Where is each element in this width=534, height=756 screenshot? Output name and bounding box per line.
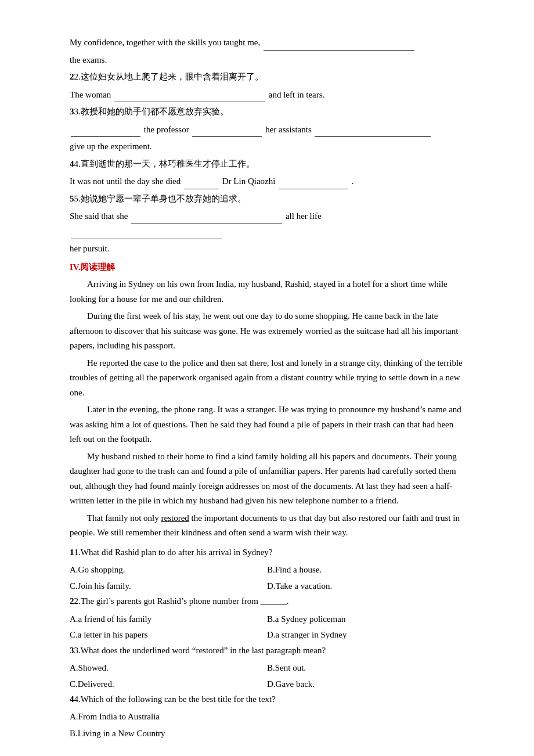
blank-q3-3 xyxy=(315,122,431,138)
blank-q4-2 xyxy=(279,174,348,189)
rq1-option-c: C.Join his family. xyxy=(70,578,267,595)
rq3-option-c: C.Delivered. xyxy=(70,676,267,693)
q5-chinese: 55.她说她宁愿一辈子单身也不放弃她的追求。 xyxy=(70,192,464,207)
rq2-text: 22.The girl’s parents got Rashid’s phone… xyxy=(70,594,464,609)
q3-english-cont: give up the experiment. xyxy=(70,139,464,154)
q2-english: The woman and left in tears. xyxy=(70,87,464,103)
rq2-option-a: A.a friend of his family xyxy=(70,611,267,628)
rq1-option-d: D.Take a vacation. xyxy=(267,578,464,595)
q1-line1: My confidence, together with the skills … xyxy=(70,35,464,51)
q3-english: the professor her assistants xyxy=(70,122,464,138)
rq4-option-b: B.Living in a New Country xyxy=(70,726,464,741)
rq2-options: A.a friend of his family B.a Sydney poli… xyxy=(70,611,464,643)
rq3-option-d: D.Gave back. xyxy=(267,676,464,693)
rq1-text: 11.What did Rashid plan to do after his … xyxy=(70,545,464,560)
rq3-option-b: B.Sent out. xyxy=(267,660,464,676)
rq4-option-a: A.From India to Australia xyxy=(70,710,464,725)
section4-title: IV.阅读理解 xyxy=(70,260,464,275)
rq2-option-c: C.a letter in his papers xyxy=(70,627,267,643)
reading-para1: Arriving in Sydney on his own from India… xyxy=(70,277,464,307)
rq1-options: A.Go shopping. B.Find a house. C.Join hi… xyxy=(70,562,464,594)
q1-line2: the exams. xyxy=(70,53,464,68)
reading-para2: During the first week of his stay, he we… xyxy=(70,309,464,354)
q5-english-line2: her pursuit. xyxy=(70,242,464,257)
blank-q1-1 xyxy=(264,35,414,51)
rq4-text: 44.Which of the following can be the bes… xyxy=(70,692,464,707)
rq2-option-d: D.a stranger in Sydney xyxy=(267,627,464,643)
underlined-restored: restored xyxy=(161,513,189,523)
reading-para6: That family not only restored the import… xyxy=(70,511,464,541)
reading-para5: My husband rushed to their home to find … xyxy=(70,449,464,509)
rq2-option-b: B.a Sydney policeman xyxy=(267,611,464,628)
blank-q3-1 xyxy=(71,122,140,138)
rq3-option-a: A.Showed. xyxy=(70,660,267,676)
blank-q3-2 xyxy=(192,122,262,138)
reading-para3: He reported the case to the police and t… xyxy=(70,356,464,401)
blank-q5-1 xyxy=(131,208,282,224)
blank-q4-1 xyxy=(184,174,219,189)
q4-english: It was not until the day she died Dr Lin… xyxy=(70,174,464,189)
q3-chinese: 33.教授和她的助手们都不愿意放弃实验。 xyxy=(70,105,464,120)
rq1-option-b: B.Find a house. xyxy=(267,562,464,578)
reading-para4: Later in the evening, the phone rang. It… xyxy=(70,402,464,447)
q5-english-line1: She said that she all her life xyxy=(70,208,464,239)
rq3-text: 33.What does the underlined word “restor… xyxy=(70,643,464,658)
blank-q2-1 xyxy=(114,87,265,103)
q4-chinese: 44.直到逝世的那一天，林巧稚医生才停止工作。 xyxy=(70,157,464,172)
rq3-options: A.Showed. B.Sent out. C.Delivered. D.Gav… xyxy=(70,660,464,692)
blank-q5-2 xyxy=(71,224,222,240)
rq1-option-a: A.Go shopping. xyxy=(70,562,267,578)
page-content: My confidence, together with the skills … xyxy=(70,35,464,741)
q2-chinese: 22.这位妇女从地上爬了起来，眼中含着泪离开了。 xyxy=(70,70,464,85)
